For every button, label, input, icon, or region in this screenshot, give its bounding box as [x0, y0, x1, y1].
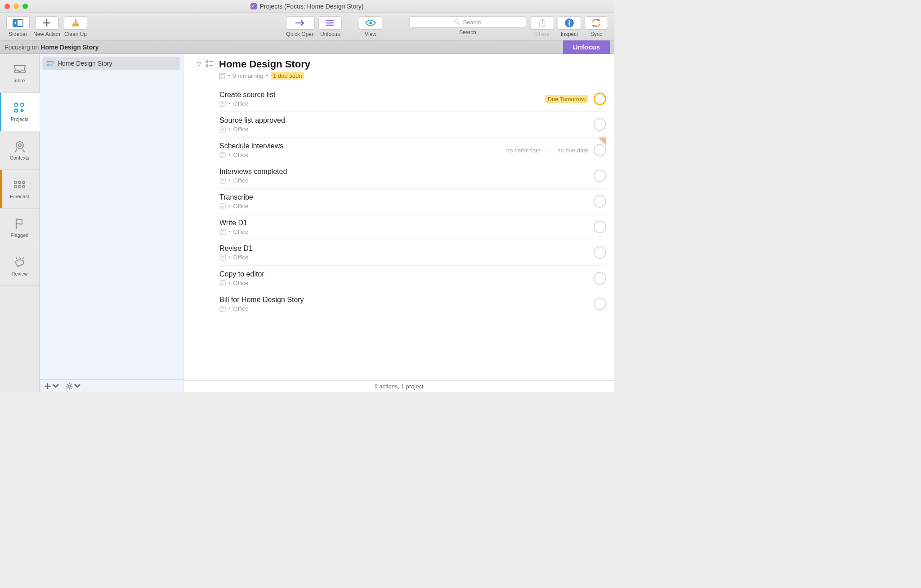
inbox-icon — [13, 63, 27, 75]
rail-forecast[interactable]: Forecast — [0, 170, 39, 209]
task-context: Office — [233, 280, 249, 286]
note-icon[interactable] — [219, 280, 226, 286]
flag-indicator — [598, 138, 606, 146]
search-label: Search — [459, 29, 476, 36]
note-icon[interactable] — [219, 101, 226, 107]
unfocus-toolbar-button[interactable] — [318, 16, 342, 30]
task-name: Schedule interviews — [219, 142, 506, 150]
svg-point-12 — [14, 103, 18, 106]
svg-point-26 — [68, 385, 71, 387]
note-icon[interactable] — [219, 126, 226, 133]
status-circle[interactable] — [594, 298, 606, 310]
note-icon[interactable] — [219, 229, 226, 235]
note-icon[interactable] — [219, 254, 226, 261]
status-circle[interactable] — [594, 144, 606, 156]
main-region: Inbox Projects Contexts Forecast Flagged — [0, 54, 614, 392]
sequential-project-icon — [47, 60, 54, 67]
task-name: Revise D1 — [219, 245, 594, 253]
sidebar: Home Design Story — [40, 54, 183, 392]
quick-open-button[interactable] — [286, 16, 315, 30]
chevron-down-icon — [52, 383, 59, 390]
svg-point-10 — [568, 20, 570, 22]
note-icon[interactable] — [219, 203, 226, 209]
task-context: Office — [233, 151, 249, 158]
share-button[interactable] — [531, 16, 554, 30]
disclosure-triangle[interactable]: ▽ — [197, 58, 201, 67]
task-row[interactable]: Source list approved•Office — [219, 111, 606, 137]
status-circle[interactable] — [594, 169, 606, 182]
maximize-window-button[interactable] — [22, 4, 28, 9]
note-icon[interactable] — [219, 306, 226, 312]
svg-point-15 — [20, 109, 23, 112]
svg-rect-22 — [18, 186, 21, 188]
rail-inbox[interactable]: Inbox — [0, 54, 39, 93]
clean-up-label: Clean Up — [64, 31, 87, 37]
task-row[interactable]: Schedule interviews•Officeno defer date→… — [219, 137, 606, 163]
content-area: ▽ Home Design Story • 9 remaining • 1 du… — [183, 54, 614, 392]
arrow-icon: → — [546, 147, 552, 154]
sidebar-button[interactable] — [6, 16, 30, 30]
sidebar-bottom-bar — [40, 379, 183, 392]
sync-label: Sync — [590, 31, 603, 37]
new-action-label: New Action — [33, 31, 60, 37]
search-input[interactable]: Search — [409, 16, 526, 28]
remaining-count: 9 remaining — [233, 72, 264, 79]
task-name: Create source list — [219, 91, 545, 99]
rail-contexts[interactable]: Contexts — [0, 131, 39, 170]
note-icon[interactable] — [219, 152, 226, 158]
due-badge: Due Tomorrow — [545, 95, 588, 103]
svg-point-27 — [206, 61, 208, 62]
task-row[interactable]: Bill for Home Design Story•Office — [219, 291, 606, 316]
view-button[interactable] — [359, 16, 382, 30]
task-row[interactable]: Transcribe•Office — [219, 188, 606, 214]
unfocus-button[interactable]: Unfocus — [563, 40, 610, 54]
task-row[interactable]: Write D1•Office — [219, 214, 606, 240]
status-circle[interactable] — [594, 93, 606, 105]
task-context: Office — [233, 126, 249, 133]
note-icon[interactable] — [219, 73, 225, 79]
inspect-label: Inspect — [561, 31, 578, 37]
status-circle[interactable] — [594, 118, 606, 131]
share-label: Share — [535, 31, 550, 37]
note-icon[interactable] — [219, 178, 226, 184]
svg-point-4 — [326, 20, 327, 22]
inspect-button[interactable] — [558, 16, 581, 30]
svg-rect-3 — [75, 19, 76, 22]
toolbar: Sidebar New Action Clean Up Quick Open — [0, 13, 614, 40]
task-row[interactable]: Interviews completed•Office — [219, 163, 606, 188]
minimize-window-button[interactable] — [13, 4, 19, 9]
action-menu-button[interactable] — [66, 383, 81, 390]
svg-point-25 — [47, 64, 49, 66]
rail-flagged[interactable]: Flagged — [0, 209, 39, 247]
project-title[interactable]: Home Design Story — [219, 58, 310, 70]
search-icon — [454, 19, 460, 25]
rail-review[interactable]: Review — [0, 247, 39, 286]
svg-point-5 — [326, 22, 327, 24]
task-name: Interviews completed — [219, 168, 594, 176]
rail-projects[interactable]: Projects — [0, 93, 40, 131]
window-controls — [4, 4, 28, 9]
task-row[interactable]: Copy to editor•Office — [219, 265, 606, 291]
status-circle[interactable] — [594, 272, 606, 285]
close-window-button[interactable] — [4, 4, 10, 9]
svg-point-6 — [326, 25, 327, 26]
task-row[interactable]: Create source list•OfficeDue Tomorrow — [219, 86, 606, 111]
task-context: Office — [233, 100, 249, 107]
svg-rect-11 — [569, 22, 570, 26]
task-context: Office — [233, 305, 249, 312]
add-menu-button[interactable] — [44, 383, 59, 390]
clean-up-button[interactable] — [64, 16, 87, 30]
focus-project: Home Design Story — [40, 44, 98, 51]
status-circle[interactable] — [594, 221, 606, 233]
status-circle[interactable] — [594, 246, 606, 259]
new-action-button[interactable] — [35, 16, 58, 30]
unfocus-toolbar-label: Unfocus — [320, 31, 340, 37]
sidebar-project-row[interactable]: Home Design Story — [42, 57, 180, 70]
sync-button[interactable] — [585, 16, 608, 30]
gear-icon — [66, 383, 73, 390]
task-row[interactable]: Revise D1•Office — [219, 240, 606, 265]
status-circle[interactable] — [594, 195, 606, 208]
window-title: Projects (Focus: Home Design Story) — [28, 3, 586, 10]
svg-rect-19 — [18, 181, 21, 183]
status-bar: 9 actions, 1 project — [183, 380, 614, 392]
